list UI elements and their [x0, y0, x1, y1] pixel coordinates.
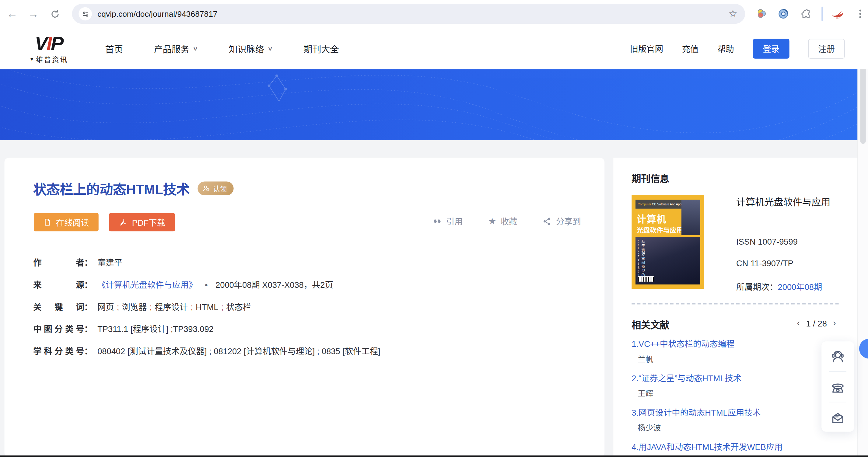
document-icon [43, 218, 52, 226]
article-metadata: 作者： 童建平 来源： 《计算机光盘软件与应用》 • 2000年08期 X037… [33, 256, 581, 367]
author-row: 作者： 童建平 [33, 256, 581, 269]
journal-name: 计算机光盘软件与应用 [736, 194, 830, 208]
subject-row: 学科分类号： 080402 [测试计量技术及仪器] ; 081202 [计算机软… [33, 345, 581, 358]
star-icon: ★ [488, 217, 496, 225]
link-help[interactable]: 帮助 [717, 42, 734, 54]
vip-logo-caption: ▼维普资讯 [22, 54, 75, 64]
journal-cover[interactable]: Computer CD Software And Applications 计算… [631, 195, 704, 289]
nav-item-journals[interactable]: 期刊大全 [304, 42, 339, 55]
vip-logo-text: VIP [22, 34, 75, 53]
clc-value: TP311.1 [程序设计] ;TP393.092 [97, 323, 214, 335]
related-doc-author: 兰帆 [631, 354, 847, 364]
issue-link[interactable]: 2000年08期 [778, 282, 823, 292]
chevron-down-icon: ∨ [193, 45, 198, 52]
browser-menu-icon[interactable] [854, 7, 867, 21]
pdf-download-button[interactable]: PDF下载 [109, 213, 175, 231]
person-check-icon [202, 184, 210, 193]
address-bar[interactable]: cqvip.com/doc/journal/943687817 ☆ [72, 4, 745, 24]
link-old-site[interactable]: 旧版官网 [630, 42, 663, 54]
claim-badge[interactable]: 认领 [197, 182, 234, 195]
favorite-button[interactable]: ★ 收藏 [488, 216, 517, 227]
vip-logo[interactable]: VIP ▼维普资讯 [22, 34, 75, 64]
keyword: HTML [196, 302, 218, 312]
dashed-divider [631, 303, 838, 304]
keyword: 浏览器 [122, 302, 147, 312]
browser-toolbar: ← → cqvip.com/doc/journal/943687817 ☆ [0, 0, 868, 28]
scrollbar[interactable] [857, 28, 868, 457]
related-doc-link[interactable]: 3.网页设计中的动态HTML应用技术 [631, 407, 847, 418]
quote-icon [432, 217, 442, 225]
related-doc-link[interactable]: 1.VC++中状态栏的动态编程 [631, 338, 847, 350]
keyword: 网页 [97, 302, 114, 312]
related-doc-link[interactable]: 2.“证券之星”与动态HTML技术 [631, 372, 847, 384]
phone-icon [830, 380, 845, 394]
cover-tower-photo [681, 200, 700, 235]
journal-issue-row: 所属期次：2000年08期 [736, 281, 822, 292]
list-item: 2.“证券之星”与动态HTML技术 王辉 [631, 372, 847, 399]
journal-info-heading: 期刊信息 [631, 171, 669, 185]
nav-item-home[interactable]: 首页 [105, 42, 123, 55]
customer-service-button[interactable] [822, 341, 854, 371]
source-journal-link[interactable]: 《计算机光盘软件与应用》 [97, 279, 197, 291]
mail-button[interactable] [822, 402, 854, 432]
footer-edge [0, 455, 868, 457]
pdf-icon [119, 218, 127, 227]
list-item: 3.网页设计中的动态HTML应用技术 杨少波 [631, 407, 847, 433]
header-right: 旧版官网 充值 帮助 登录 注册 [630, 28, 845, 69]
list-item: 4.用JAVA和动态HTML技术开发WEB应用 [631, 441, 847, 453]
pager-prev-icon[interactable]: ‹ [797, 318, 800, 328]
author-value: 童建平 [97, 256, 122, 269]
keywords-row: 关键词： 网页;浏览器;程序设计;HTML;状态栏 [33, 301, 581, 314]
login-button[interactable]: 登录 [753, 38, 789, 58]
profile-avatar[interactable] [829, 7, 848, 21]
toolbar-divider [822, 7, 823, 21]
register-button[interactable]: 注册 [808, 38, 845, 58]
extension-colorwheel-icon[interactable] [755, 7, 769, 21]
subject-value: 080402 [测试计量技术及仪器] ; 081202 [计算机软件与理论] ;… [97, 345, 380, 358]
read-online-button[interactable]: 在线阅读 [34, 213, 99, 231]
pager-next-icon[interactable]: › [833, 318, 836, 328]
cover-city-photo: 基于资源空间模型的MOOC异构资源索引方法 [636, 237, 700, 284]
banner-decoration [0, 69, 868, 140]
page: ← → cqvip.com/doc/journal/943687817 ☆ [0, 0, 868, 457]
share-button[interactable]: 分享到 [542, 216, 581, 227]
link-recharge[interactable]: 充值 [682, 42, 699, 54]
site-info-icon[interactable] [79, 7, 92, 21]
related-docs-heading: 相关文献 [631, 317, 669, 331]
source-row: 来源： 《计算机光盘软件与应用》 • 2000年08期 X037-X038，共2… [33, 279, 581, 291]
bookmark-star-icon[interactable]: ☆ [728, 8, 737, 20]
extensions-puzzle-icon[interactable] [799, 7, 813, 21]
phone-button[interactable] [822, 372, 854, 402]
keywords-list: 网页;浏览器;程序设计;HTML;状态栏 [97, 301, 251, 314]
share-icon [542, 217, 552, 225]
customer-service-icon [830, 349, 845, 364]
source-issue-pages: 2000年08期 X037-X038，共2页 [215, 279, 333, 291]
mail-icon [830, 410, 845, 425]
chevron-down-icon: ∨ [267, 45, 273, 52]
search-banner: 文献检索 主题 ∨ 高级检索» 期刊检索» [0, 69, 868, 140]
keyword: 程序设计 [155, 302, 188, 312]
journal-issn: ISSN 1007-9599 [736, 237, 798, 246]
browser-forward-button[interactable]: → [26, 6, 41, 22]
related-pager: ‹ 1 / 28 › [797, 318, 836, 328]
reload-icon [50, 8, 60, 19]
list-item: 1.VC++中状态栏的动态编程 兰帆 [631, 338, 847, 364]
article-card: 状态栏上的动态HTML技术 认领 在线阅读 PDF下载 引用 ★ [5, 158, 605, 457]
journal-cn: CN 11-3907/TP [736, 258, 794, 268]
url-text[interactable]: cqvip.com/doc/journal/943687817 [97, 9, 728, 18]
cite-button[interactable]: 引用 [432, 216, 463, 227]
extension-donut-icon[interactable] [777, 7, 790, 21]
cover-barcode [638, 276, 654, 282]
browser-back-button[interactable]: ← [5, 6, 20, 22]
related-doc-author: 王辉 [631, 388, 847, 399]
pager-indicator: 1 / 28 [806, 319, 827, 328]
nav-item-products[interactable]: 产品服务∨ [154, 42, 198, 55]
site-header: VIP ▼维普资讯 首页 产品服务∨ 知识脉络∨ 期刊大全 旧版官网 充值 帮助… [0, 28, 868, 69]
article-actions: 引用 ★ 收藏 分享到 [432, 216, 581, 227]
related-doc-link[interactable]: 4.用JAVA和动态HTML技术开发WEB应用 [631, 441, 847, 453]
main-nav: 首页 产品服务∨ 知识脉络∨ 期刊大全 [105, 28, 339, 69]
article-title: 状态栏上的动态HTML技术 [33, 178, 190, 198]
nav-item-knowledge[interactable]: 知识脉络∨ [228, 42, 272, 55]
keyword: 状态栏 [226, 302, 251, 312]
browser-reload-button[interactable] [47, 6, 63, 22]
